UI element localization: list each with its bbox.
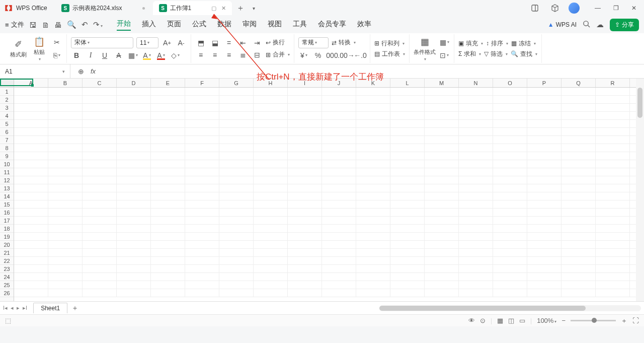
cell[interactable]	[254, 168, 288, 176]
cell[interactable]	[459, 184, 493, 192]
sheet-last-icon[interactable]: ▸I	[23, 305, 27, 311]
cell[interactable]	[322, 184, 356, 192]
cell[interactable]	[425, 184, 459, 192]
cell[interactable]	[117, 96, 151, 103]
decimal-dec-icon[interactable]: ←.0	[355, 50, 366, 60]
cell[interactable]	[493, 249, 527, 256]
cell[interactable]	[83, 152, 117, 160]
cell[interactable]	[254, 233, 288, 240]
cell[interactable]	[83, 257, 117, 264]
cell[interactable]	[596, 136, 630, 144]
menu-页面[interactable]: 页面	[167, 20, 181, 30]
cell[interactable]	[185, 168, 219, 176]
cell[interactable]	[117, 192, 151, 200]
cell[interactable]	[185, 209, 219, 216]
window-maximize-button[interactable]: ❐	[610, 2, 622, 14]
eye-icon[interactable]: 👁	[468, 317, 475, 324]
cell[interactable]	[561, 192, 596, 200]
scroll-thumb[interactable]	[379, 306, 586, 311]
cell[interactable]	[425, 225, 459, 232]
cell[interactable]	[48, 289, 83, 297]
cell[interactable]	[527, 200, 561, 208]
row-header-26[interactable]: 26	[0, 289, 14, 297]
cell[interactable]	[219, 152, 254, 160]
clear-format-button[interactable]: ◇	[170, 50, 181, 60]
cell[interactable]	[151, 192, 185, 200]
cell[interactable]	[390, 289, 425, 297]
cell[interactable]	[14, 249, 48, 256]
cond-format-button[interactable]: ▦条件格式	[414, 36, 436, 61]
cell[interactable]	[151, 273, 185, 281]
cell[interactable]	[83, 120, 117, 127]
cell[interactable]	[425, 176, 459, 184]
cell[interactable]	[596, 88, 630, 95]
cell[interactable]	[185, 128, 219, 135]
cell[interactable]	[322, 168, 356, 176]
bold-button[interactable]: B	[71, 50, 82, 60]
row-header-5[interactable]: 5	[0, 120, 14, 128]
cell[interactable]	[425, 257, 459, 264]
cell[interactable]	[219, 136, 254, 144]
cell[interactable]	[185, 289, 219, 297]
cell[interactable]	[459, 120, 493, 127]
cell[interactable]	[561, 241, 596, 248]
cell[interactable]	[151, 184, 185, 192]
row-header-19[interactable]: 19	[0, 233, 14, 241]
cell[interactable]	[219, 233, 254, 240]
cell[interactable]	[288, 96, 322, 103]
cell[interactable]	[561, 176, 596, 184]
cell[interactable]	[185, 217, 219, 224]
row-header-3[interactable]: 3	[0, 104, 14, 112]
cell[interactable]	[14, 281, 48, 289]
cell[interactable]	[527, 233, 561, 240]
font-size-select[interactable]: 11	[136, 37, 158, 48]
cell[interactable]	[219, 104, 254, 111]
qa-undo-icon[interactable]: ↶	[82, 20, 88, 29]
row-header-15[interactable]: 15	[0, 200, 14, 209]
cell[interactable]	[185, 160, 219, 168]
cell[interactable]	[356, 209, 390, 216]
cell[interactable]	[561, 152, 596, 160]
cell[interactable]	[527, 217, 561, 224]
cell[interactable]	[425, 281, 459, 289]
cell[interactable]	[425, 160, 459, 168]
cell[interactable]	[219, 217, 254, 224]
cell[interactable]	[83, 136, 117, 144]
col-header-D[interactable]: D	[117, 79, 151, 87]
cell[interactable]	[425, 217, 459, 224]
cell[interactable]	[322, 273, 356, 281]
cell[interactable]	[356, 160, 390, 168]
cell[interactable]	[390, 217, 425, 224]
col-header-R[interactable]: R	[596, 79, 630, 87]
col-header-F[interactable]: F	[185, 79, 219, 87]
cell[interactable]	[254, 144, 288, 152]
record-macro-icon[interactable]: ⬚	[5, 317, 11, 324]
row-header-4[interactable]: 4	[0, 112, 14, 120]
cell[interactable]	[151, 160, 185, 168]
cell[interactable]	[117, 176, 151, 184]
cell[interactable]	[48, 176, 83, 184]
col-header-Q[interactable]: Q	[561, 79, 596, 87]
col-header-B[interactable]: B	[48, 79, 83, 87]
cell[interactable]	[390, 184, 425, 192]
cell[interactable]	[459, 128, 493, 135]
tab-popout-icon[interactable]: ▢	[211, 5, 216, 12]
cell[interactable]	[254, 281, 288, 289]
cell[interactable]	[356, 257, 390, 264]
cell[interactable]	[288, 217, 322, 224]
cell[interactable]	[48, 96, 83, 103]
cell[interactable]	[48, 209, 83, 216]
spreadsheet-grid[interactable]: ABCDEFGHIJKLMNOPQR 123456789101112131415…	[0, 79, 644, 301]
qa-export-icon[interactable]: 🗎	[42, 21, 49, 29]
cell[interactable]	[493, 168, 527, 176]
cell[interactable]	[48, 281, 83, 289]
cell[interactable]	[390, 104, 425, 111]
cell[interactable]	[185, 136, 219, 144]
cell[interactable]	[14, 265, 48, 272]
cell[interactable]	[83, 241, 117, 248]
cell[interactable]	[493, 128, 527, 135]
cell[interactable]	[596, 241, 630, 248]
cell[interactable]	[185, 225, 219, 232]
cell[interactable]	[527, 88, 561, 95]
cell[interactable]	[14, 144, 48, 152]
